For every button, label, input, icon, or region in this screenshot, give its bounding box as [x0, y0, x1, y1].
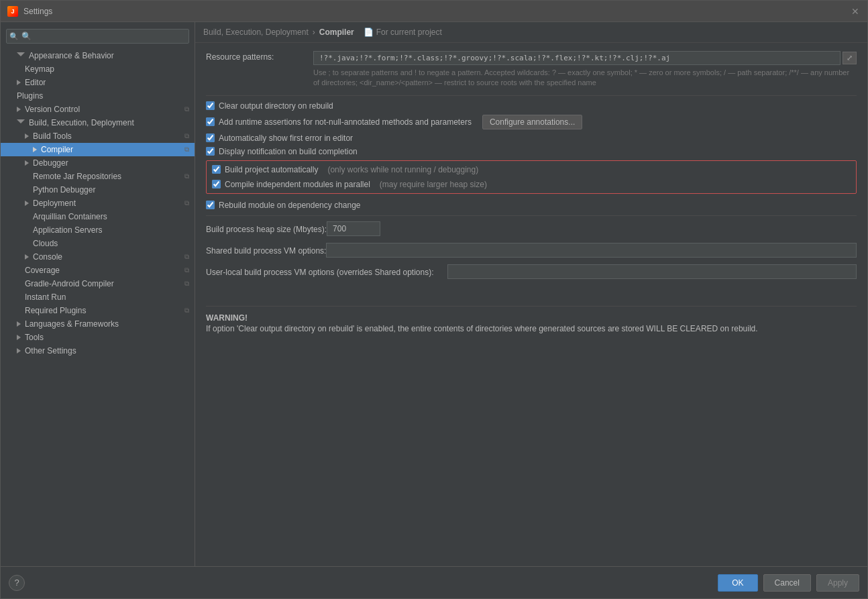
sidebar-item-arquillian[interactable]: Arquillian Containers	[1, 210, 195, 223]
search-input[interactable]	[6, 29, 189, 44]
sidebar-item-debugger[interactable]: Debugger	[1, 156, 195, 170]
clear-output-checkbox[interactable]	[206, 101, 215, 110]
compile-parallel-row: Compile independent modules in parallel …	[212, 180, 851, 189]
display-notification-label: Display notification on build completion	[219, 147, 358, 156]
sidebar-item-label: Editor	[25, 78, 46, 87]
sidebar-item-label: Deployment	[33, 199, 76, 208]
rebuild-module-label: Rebuild module on dependency change	[219, 201, 361, 210]
show-error-checkbox[interactable]	[206, 133, 215, 142]
expand-icon	[17, 348, 21, 353]
user-vm-row: User-local build process VM options (ove…	[206, 264, 857, 279]
copy-icon: ⧉	[184, 105, 189, 113]
sidebar-item-version-control[interactable]: Version Control ⧉	[1, 103, 195, 116]
expand-icon	[17, 52, 25, 59]
runtime-assertions-row: Add runtime assertions for not-null-anno…	[206, 115, 857, 129]
sidebar-item-label: Clouds	[33, 239, 58, 248]
sidebar-item-label: Instant Run	[25, 292, 66, 302]
sidebar-item-label: Required Plugins	[25, 306, 86, 315]
sidebar-item-coverage[interactable]: Coverage ⧉	[1, 264, 195, 277]
project-icon: 📄	[364, 28, 374, 37]
heap-size-row: Build process heap size (Mbytes):	[206, 221, 857, 236]
shared-vm-label: Shared build process VM options:	[206, 245, 326, 256]
sidebar-item-label: Gradle-Android Compiler	[25, 279, 114, 288]
expand-icon	[33, 147, 37, 152]
resource-hint: Use ; to separate patterns and ! to nega…	[313, 68, 857, 89]
breadcrumb-current: Compiler	[319, 28, 354, 37]
divider	[206, 95, 857, 96]
sidebar-item-python-debugger[interactable]: Python Debugger	[1, 183, 195, 197]
user-vm-input[interactable]	[447, 264, 857, 279]
rebuild-module-row: Rebuild module on dependency change	[206, 201, 857, 210]
user-vm-field	[447, 264, 857, 279]
sidebar-item-console[interactable]: Console ⧉	[1, 250, 195, 264]
content-area: 🔍 Appearance & Behavior Keymap Editor Pl…	[1, 22, 867, 566]
sidebar-item-required-plugins[interactable]: Required Plugins ⧉	[1, 304, 195, 317]
sidebar-item-label: Application Servers	[33, 225, 102, 235]
search-icon: 🔍	[9, 32, 19, 41]
sidebar-item-compiler[interactable]: Compiler ⧉	[1, 143, 195, 156]
breadcrumb-separator: ›	[313, 28, 315, 37]
clear-output-row: Clear output directory on rebuild	[206, 101, 857, 111]
title-bar-left: J Settings	[7, 6, 52, 17]
expand-resource-button[interactable]: ⤢	[843, 52, 857, 64]
help-button[interactable]: ?	[9, 575, 25, 591]
compile-parallel-checkbox[interactable]	[212, 180, 221, 188]
warning-title: WARNING!	[206, 313, 849, 323]
display-notification-checkbox[interactable]	[206, 147, 215, 156]
sidebar-item-deployment[interactable]: Deployment ⧉	[1, 197, 195, 210]
ok-button[interactable]: OK	[718, 574, 757, 592]
sidebar-item-label: Build, Execution, Deployment	[29, 118, 134, 127]
sidebar-item-keymap[interactable]: Keymap	[1, 62, 195, 76]
sidebar-item-label: Python Debugger	[33, 185, 95, 195]
copy-icon: ⧉	[184, 132, 189, 140]
copy-icon: ⧉	[184, 199, 189, 207]
sidebar-item-appearance[interactable]: Appearance & Behavior	[1, 49, 195, 62]
heap-size-field	[327, 221, 857, 236]
sidebar-item-other-settings[interactable]: Other Settings	[1, 344, 195, 358]
sidebar-item-label: Arquillian Containers	[33, 212, 107, 221]
user-vm-label: User-local build process VM options (ove…	[206, 266, 447, 277]
resource-patterns-input[interactable]	[313, 51, 840, 65]
build-auto-checkbox[interactable]	[212, 165, 221, 174]
sidebar-item-editor[interactable]: Editor	[1, 76, 195, 89]
sidebar-item-gradle-android[interactable]: Gradle-Android Compiler ⧉	[1, 277, 195, 290]
sidebar-item-languages[interactable]: Languages & Frameworks	[1, 317, 195, 331]
copy-icon: ⧉	[184, 266, 189, 274]
runtime-assertions-checkbox[interactable]	[206, 117, 215, 126]
sidebar: 🔍 Appearance & Behavior Keymap Editor Pl…	[1, 22, 195, 566]
sidebar-item-instant-run[interactable]: Instant Run	[1, 290, 195, 304]
project-label: For current project	[376, 28, 442, 37]
sidebar-item-build-exec[interactable]: Build, Execution, Deployment	[1, 116, 195, 129]
sidebar-item-label: Debugger	[33, 158, 68, 168]
resource-input-row: ⤢	[313, 51, 857, 65]
sidebar-item-label: Version Control	[25, 105, 80, 114]
close-button[interactable]: ✕	[850, 6, 861, 17]
expand-icon	[17, 119, 25, 126]
expand-icon	[25, 133, 29, 139]
sidebar-item-label: Languages & Frameworks	[25, 319, 119, 329]
sidebar-item-app-servers[interactable]: Application Servers	[1, 223, 195, 237]
resource-patterns-row: Resource patterns: ⤢ Use ; to separate p…	[206, 51, 857, 89]
sidebar-item-tools[interactable]: Tools	[1, 331, 195, 344]
build-auto-label: Build project automatically	[225, 165, 318, 174]
copy-icon: ⧉	[184, 146, 189, 154]
rebuild-module-checkbox[interactable]	[206, 201, 215, 209]
heap-size-input[interactable]	[327, 221, 380, 236]
copy-icon: ⧉	[184, 253, 189, 261]
copy-icon: ⧉	[184, 280, 189, 288]
bottom-bar: ? OK Cancel Apply	[1, 566, 867, 598]
settings-dialog: J Settings ✕ 🔍 Appearance & Behavior Key…	[0, 0, 868, 599]
sidebar-item-remote-jar[interactable]: Remote Jar Repositories ⧉	[1, 170, 195, 183]
cancel-button[interactable]: Cancel	[763, 574, 811, 592]
copy-icon: ⧉	[184, 307, 189, 315]
expand-icon	[17, 107, 21, 112]
sidebar-item-plugins[interactable]: Plugins	[1, 89, 195, 103]
sidebar-item-label: Coverage	[25, 266, 60, 275]
runtime-assertions-label: Add runtime assertions for not-null-anno…	[219, 117, 472, 127]
apply-button[interactable]: Apply	[816, 574, 859, 592]
shared-vm-input[interactable]	[326, 243, 857, 258]
configure-annotations-button[interactable]: Configure annotations...	[482, 115, 582, 129]
sidebar-item-clouds[interactable]: Clouds	[1, 237, 195, 250]
sidebar-item-build-tools[interactable]: Build Tools ⧉	[1, 129, 195, 143]
build-auto-row: Build project automatically (only works …	[212, 165, 851, 174]
